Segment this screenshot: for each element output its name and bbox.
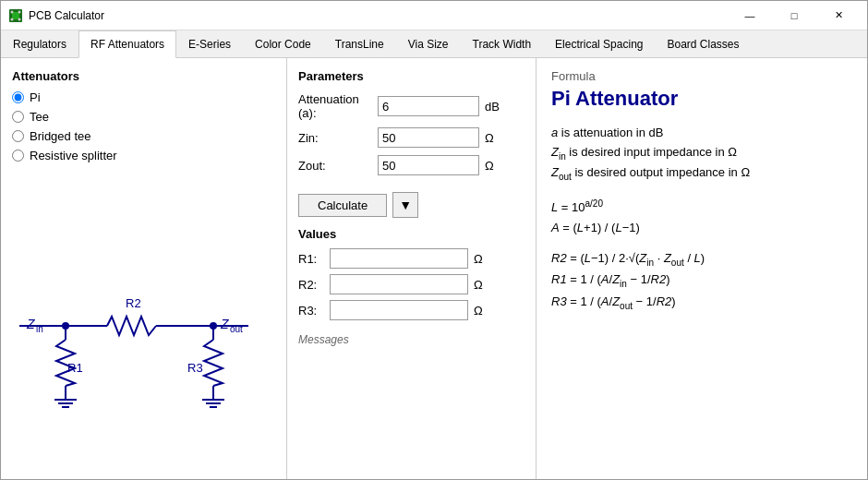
pi-circuit-svg: Z in R2 Z out [19,229,269,414]
svg-text:Z: Z [26,317,35,331]
attenuator-options: Pi Tee Bridged tee Resistive splitter [12,90,275,162]
middle-panel: Parameters Attenuation (a): dB Zin: Ω [287,58,536,479]
down-arrow-icon: ▼ [399,198,412,212]
tab-color-code[interactable]: Color Code [243,30,323,57]
action-buttons: Calculate ▼ [298,192,524,218]
tab-track-width[interactable]: Track Width [461,30,544,57]
zout-unit: Ω [485,159,494,173]
title-bar: PCB Calculator — □ ✕ [1,1,867,30]
values-title: Values [298,227,524,241]
desc-line-3: Zout is desired output impedance in Ω [551,163,852,185]
zin-unit: Ω [485,131,494,145]
tab-via-size[interactable]: Via Size [396,30,461,57]
tab-e-series[interactable]: E-Series [176,30,243,57]
r1-unit: Ω [474,252,483,266]
calculate-button[interactable]: Calculate [298,194,387,217]
desc-line-2: Zin is desired input impedance in Ω [551,143,852,164]
attenuation-label: Attenuation (a): [298,92,372,120]
right-panel: Formula Pi Attenuator a is attenuation i… [536,58,867,479]
main-window: PCB Calculator — □ ✕ Regulators RF Atten… [0,0,868,480]
r3-unit: Ω [474,304,483,318]
formula-block-1: L = 10a/20 A = (L+1) / (L−1) [551,196,852,239]
close-button[interactable]: ✕ [817,1,860,30]
attenuators-title: Attenuators [12,69,275,83]
formula-A: A = (L+1) / (L−1) [551,218,852,238]
left-panel: Attenuators Pi Tee Bridged tee Resistive… [1,58,287,479]
svg-point-4 [11,18,14,20]
zout-row: Zout: Ω [298,155,524,175]
messages-label: Messages [298,333,524,346]
zin-row: Zin: Ω [298,127,524,148]
circuit-diagram: Z in R2 Z out [12,174,275,468]
download-button[interactable]: ▼ [392,192,418,218]
radio-tee[interactable]: Tee [12,110,275,124]
formula-description: a is attenuation in dB Zin is desired in… [551,124,852,185]
attenuation-unit: dB [485,100,500,114]
attenuation-input[interactable] [378,96,479,116]
zout-input[interactable] [378,155,479,175]
zin-label: Zin: [298,131,372,145]
r1-label: R1: [298,252,324,266]
pcb-icon [8,8,23,23]
svg-point-3 [18,10,21,13]
title-bar-left: PCB Calculator [8,8,104,23]
tab-board-classes[interactable]: Board Classes [655,30,751,57]
window-controls: — □ ✕ [729,1,860,30]
formula-L: L = 10a/20 [551,196,852,218]
svg-point-2 [11,10,14,13]
content-area: Attenuators Pi Tee Bridged tee Resistive… [1,58,867,479]
maximize-button[interactable]: □ [773,1,815,30]
tab-bar: Regulators RF Attenuators E-Series Color… [1,30,867,58]
r3-row: R3: Ω [298,300,524,320]
r2-input[interactable] [330,274,468,294]
formula-R1: R1 = 1 / (A/Zin − 1/R2) [551,270,852,292]
window-title: PCB Calculator [29,9,104,22]
svg-text:Z: Z [220,317,229,331]
r3-label: R3: [298,304,324,318]
minimize-button[interactable]: — [729,1,771,30]
r2-row: R2: Ω [298,274,524,294]
svg-rect-1 [12,12,19,19]
tab-transline[interactable]: TransLine [323,30,396,57]
formula-math: L = 10a/20 A = (L+1) / (L−1) R2 = (L−1) … [551,196,852,322]
tab-electrical-spacing[interactable]: Electrical Spacing [543,30,655,57]
r3-input[interactable] [330,300,468,320]
svg-text:R3: R3 [187,361,203,375]
r1-row: R1: Ω [298,248,524,269]
formula-R2: R2 = (L−1) / 2·√(Zin · Zout / L) [551,248,852,270]
r2-label: R2: [298,278,324,292]
attenuation-row: Attenuation (a): dB [298,92,524,120]
radio-bridged-tee[interactable]: Bridged tee [12,129,275,143]
radio-resistive-splitter[interactable]: Resistive splitter [12,149,275,162]
formula-heading: Pi Attenuator [551,87,852,111]
svg-point-5 [18,18,21,20]
zin-input[interactable] [378,127,479,148]
desc-line-1: a is attenuation in dB [551,124,852,143]
formula-block-2: R2 = (L−1) / 2·√(Zin · Zout / L) R1 = 1 … [551,248,852,314]
tab-rf-attenuators[interactable]: RF Attenuators [78,30,176,58]
r2-unit: Ω [474,278,483,292]
tab-regulators[interactable]: Regulators [1,30,78,57]
r1-input[interactable] [330,248,468,269]
formula-R3: R3 = 1 / (A/Zout − 1/R2) [551,292,852,314]
radio-pi[interactable]: Pi [12,90,275,104]
svg-text:R2: R2 [126,296,141,310]
parameters-title: Parameters [298,69,524,83]
formula-label: Formula [551,69,852,83]
zout-label: Zout: [298,159,372,173]
